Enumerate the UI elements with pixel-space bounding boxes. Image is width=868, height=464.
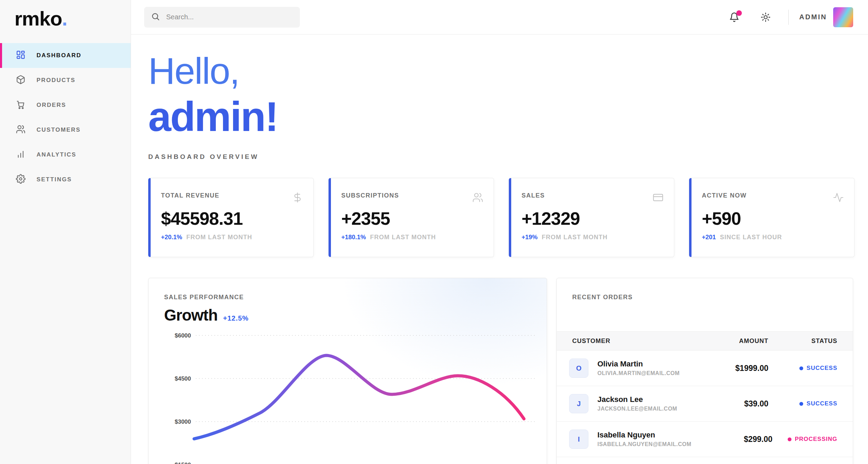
search-icon — [151, 12, 160, 22]
stat-cards-row: TOTAL REVENUE $45598.31 +20.1%FROM LAST … — [148, 178, 855, 257]
stat-note: FROM LAST MONTH — [370, 234, 436, 241]
chart-title: Growth — [164, 306, 218, 324]
stat-card-subscriptions: SUBSCRIPTIONS +2355 +180.1%FROM LAST MON… — [329, 178, 494, 257]
dashboard-app: rmko. DASHBOARD PRODUCTS ORDERS — [0, 0, 868, 464]
customer-email: ISABELLA.NGUYEN@EMAIL.COM — [597, 441, 692, 447]
sidebar-item-label: SETTINGS — [37, 176, 72, 183]
notifications-button[interactable] — [729, 12, 739, 22]
main-content: Hello, admin! DASHBOARD OVERVIEW TOTAL R… — [148, 34, 855, 464]
logo-text: rmko — [14, 7, 62, 30]
stat-note: FROM LAST MONTH — [186, 234, 252, 241]
user-name-label: ADMIN — [799, 13, 827, 21]
sidebar-menu: DASHBOARD PRODUCTS ORDERS CUSTOMERS — [0, 43, 131, 192]
sidebar-item-label: ANALYTICS — [37, 151, 77, 158]
stat-title: SUBSCRIPTIONS — [341, 192, 483, 199]
header-actions: ADMIN — [729, 7, 853, 27]
stat-value: +590 — [702, 208, 844, 229]
package-icon — [16, 75, 26, 86]
customer-name: Olivia Martin — [597, 360, 680, 368]
cart-icon — [16, 100, 26, 111]
logo-dot: . — [62, 7, 67, 30]
top-bar: ADMIN — [131, 0, 868, 34]
stat-card-active-now: ACTIVE NOW +590 +201SINCE LAST HOUR — [689, 178, 855, 257]
greeting-line2: admin! — [148, 96, 855, 137]
users-icon — [16, 124, 26, 135]
stat-value: +12329 — [522, 208, 664, 229]
stat-delta: +19% — [522, 234, 538, 241]
sidebar-item-products[interactable]: PRODUCTS — [0, 68, 131, 93]
greeting-line1: Hello, — [148, 52, 855, 90]
stat-note: SINCE LAST HOUR — [720, 234, 782, 241]
table-row[interactable]: I Isabella Nguyen ISABELLA.NGUYEN@EMAIL.… — [557, 422, 853, 457]
stat-title: TOTAL REVENUE — [161, 192, 303, 199]
sidebar-item-settings[interactable]: SETTINGS — [0, 167, 131, 192]
sidebar-item-label: ORDERS — [37, 102, 66, 109]
order-amount: $299.00 — [692, 435, 773, 444]
sidebar: rmko. DASHBOARD PRODUCTS ORDERS — [0, 0, 131, 464]
chart-growth-badge: +12.5% — [223, 314, 249, 322]
avatar[interactable] — [833, 7, 853, 27]
dashboard-grid-icon — [16, 50, 26, 61]
orders-title: RECENT ORDERS — [557, 294, 853, 301]
stat-card-sales: SALES +12329 +19%FROM LAST MONTH — [509, 178, 674, 257]
y-tick-label: $6000 — [175, 332, 191, 339]
search-box[interactable] — [144, 7, 300, 28]
orders-table-header: CUSTOMER AMOUNT STATUS — [557, 331, 853, 351]
table-row[interactable]: O Olivia Martin OLIVIA.MARTIN@EMAIL.COM … — [557, 351, 853, 386]
customer-email: OLIVIA.MARTIN@EMAIL.COM — [597, 370, 680, 376]
recent-orders-card: RECENT ORDERS CUSTOMER AMOUNT STATUS O O… — [556, 278, 853, 464]
column-header-customer: CUSTOMER — [572, 337, 682, 345]
sidebar-item-label: CUSTOMERS — [37, 127, 81, 133]
sidebar-item-orders[interactable]: ORDERS — [0, 93, 131, 118]
sidebar-item-customers[interactable]: CUSTOMERS — [0, 118, 131, 142]
notification-dot — [736, 10, 742, 16]
stat-delta: +201 — [702, 234, 716, 241]
chart-section-title: SALES PERFORMANCE — [164, 294, 538, 301]
order-amount: $39.00 — [682, 399, 768, 408]
table-row[interactable]: J Jackson Lee JACKSON.LEE@EMAIL.COM $39.… — [557, 386, 853, 422]
customer-initial-avatar: J — [569, 394, 588, 413]
column-header-amount: AMOUNT — [682, 337, 768, 345]
sidebar-item-dashboard[interactable]: DASHBOARD — [0, 43, 131, 68]
sidebar-item-label: DASHBOARD — [37, 52, 81, 59]
gear-icon — [16, 174, 26, 185]
stat-value: $45598.31 — [161, 208, 303, 229]
sales-performance-card: SALES PERFORMANCE Growth +12.5% — [148, 278, 547, 464]
header-divider — [788, 10, 789, 25]
stat-value: +2355 — [341, 208, 483, 229]
status-badge: SUCCESS — [768, 400, 837, 407]
stat-title: SALES — [522, 192, 664, 199]
customer-initial-avatar: O — [569, 359, 588, 378]
sidebar-item-analytics[interactable]: ANALYTICS — [0, 142, 131, 167]
credit-card-icon — [653, 192, 664, 204]
status-dot-icon — [799, 366, 803, 370]
theme-toggle-button[interactable] — [761, 12, 770, 22]
app-logo: rmko. — [0, 0, 131, 30]
sidebar-item-label: PRODUCTS — [37, 77, 75, 84]
users-icon — [472, 192, 483, 204]
stat-note: FROM LAST MONTH — [542, 234, 608, 241]
bar-chart-icon — [16, 149, 26, 160]
y-tick-label: $4500 — [175, 375, 191, 382]
status-dot-icon — [788, 437, 791, 441]
stat-delta: +20.1% — [161, 234, 182, 241]
search-input[interactable] — [165, 13, 293, 21]
growth-line-chart: $6000 $4500 $3000 $1500 — [164, 330, 539, 464]
customer-email: JACKSON.LEE@EMAIL.COM — [597, 406, 677, 412]
growth-line-series — [194, 355, 524, 439]
status-dot-icon — [799, 402, 803, 406]
table-row[interactable]: W William Kim — [557, 457, 853, 464]
y-tick-label: $1500 — [175, 462, 191, 464]
column-header-status: STATUS — [768, 337, 837, 345]
dollar-icon — [292, 192, 303, 204]
status-badge: PROCESSING — [773, 436, 837, 443]
panels-row: SALES PERFORMANCE Growth +12.5% — [148, 278, 855, 464]
status-badge: SUCCESS — [768, 365, 837, 372]
customer-name: Isabella Nguyen — [597, 431, 692, 439]
stat-title: ACTIVE NOW — [702, 192, 844, 199]
customer-name: Jackson Lee — [597, 395, 677, 404]
order-amount: $1999.00 — [682, 364, 768, 373]
y-tick-label: $3000 — [175, 418, 191, 425]
page-subtitle: DASHBOARD OVERVIEW — [148, 153, 855, 161]
activity-icon — [833, 192, 844, 204]
